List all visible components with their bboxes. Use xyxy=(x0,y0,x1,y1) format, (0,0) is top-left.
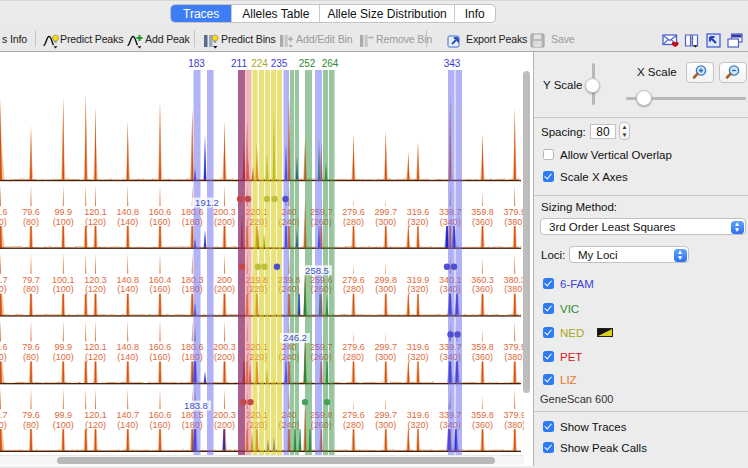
svg-text:(280): (280) xyxy=(343,217,364,227)
svg-text:99.9: 99.9 xyxy=(54,410,72,420)
svg-text:(360): (360) xyxy=(472,420,493,430)
svg-text:(140): (140) xyxy=(117,217,138,227)
svg-text:59.7: 59.7 xyxy=(0,410,8,420)
svg-text:200: 200 xyxy=(217,275,232,285)
svg-text:160.6: 160.6 xyxy=(149,410,172,420)
svg-text:(200): (200) xyxy=(214,284,235,294)
svg-text:319.9: 319.9 xyxy=(407,275,430,285)
svg-text:(280): (280) xyxy=(343,420,364,430)
svg-text:211: 211 xyxy=(231,58,247,69)
svg-text:(120): (120) xyxy=(85,217,106,227)
svg-text:279.6: 279.6 xyxy=(342,207,365,217)
svg-text:299.8: 299.8 xyxy=(375,275,398,285)
svg-text:(100): (100) xyxy=(53,217,74,227)
svg-text:59.6: 59.6 xyxy=(0,342,8,352)
svg-text:(280): (280) xyxy=(343,284,364,294)
svg-text:(160): (160) xyxy=(149,284,170,294)
svg-text:(100): (100) xyxy=(53,284,74,294)
svg-text:319.6: 319.6 xyxy=(407,410,430,420)
svg-text:(160): (160) xyxy=(149,352,170,362)
svg-text:59.7: 59.7 xyxy=(0,275,8,285)
svg-text:(60): (60) xyxy=(0,352,7,362)
svg-text:(100): (100) xyxy=(53,352,74,362)
svg-text:183: 183 xyxy=(188,58,205,69)
svg-text:79.7: 79.7 xyxy=(22,275,40,285)
svg-text:279.6: 279.6 xyxy=(342,275,365,285)
svg-text:(200): (200) xyxy=(214,352,235,362)
svg-text:200.3: 200.3 xyxy=(213,342,236,352)
svg-text:(300): (300) xyxy=(375,352,396,362)
svg-text:(60): (60) xyxy=(0,420,7,430)
svg-text:(80): (80) xyxy=(23,284,39,294)
svg-text:(380): (380) xyxy=(504,420,524,430)
svg-text:(160): (160) xyxy=(149,217,170,227)
svg-text:140.8: 140.8 xyxy=(117,275,140,285)
svg-text:191.2: 191.2 xyxy=(195,197,219,208)
svg-text:120.1: 120.1 xyxy=(84,410,107,420)
svg-text:59.6: 59.6 xyxy=(0,207,8,217)
svg-text:(380): (380) xyxy=(504,217,524,227)
svg-text:299.7: 299.7 xyxy=(375,207,398,217)
svg-text:(80): (80) xyxy=(23,352,39,362)
svg-text:279.6: 279.6 xyxy=(342,410,365,420)
svg-text:343: 343 xyxy=(444,58,461,69)
svg-text:(380): (380) xyxy=(504,284,524,294)
svg-text:140.7: 140.7 xyxy=(117,410,140,420)
svg-text:(300): (300) xyxy=(375,217,396,227)
svg-text:(160): (160) xyxy=(149,420,170,430)
svg-text:160.6: 160.6 xyxy=(149,342,172,352)
svg-text:(120): (120) xyxy=(85,284,106,294)
svg-text:99.9: 99.9 xyxy=(54,207,72,217)
svg-text:120.1: 120.1 xyxy=(84,207,107,217)
svg-text:(60): (60) xyxy=(0,217,7,227)
svg-text:140.8: 140.8 xyxy=(117,342,140,352)
svg-text:(300): (300) xyxy=(375,284,396,294)
svg-text:359.8: 359.8 xyxy=(471,410,494,420)
svg-text:79.6: 79.6 xyxy=(22,342,40,352)
svg-text:200.3: 200.3 xyxy=(213,410,236,420)
svg-text:(320): (320) xyxy=(407,284,428,294)
svg-text:(120): (120) xyxy=(85,420,106,430)
svg-text:279.6: 279.6 xyxy=(342,342,365,352)
svg-text:319.6: 319.6 xyxy=(407,207,430,217)
svg-text:299.7: 299.7 xyxy=(375,342,398,352)
svg-text:319.6: 319.6 xyxy=(407,342,430,352)
svg-text:(320): (320) xyxy=(407,420,428,430)
svg-text:235: 235 xyxy=(271,58,288,69)
svg-text:(140): (140) xyxy=(117,352,138,362)
svg-text:299.7: 299.7 xyxy=(375,410,398,420)
svg-text:140.8: 140.8 xyxy=(117,207,140,217)
svg-text:359.8: 359.8 xyxy=(471,342,494,352)
svg-text:79.6: 79.6 xyxy=(22,207,40,217)
svg-text:99.9: 99.9 xyxy=(54,342,72,352)
svg-text:(140): (140) xyxy=(117,420,138,430)
svg-text:360.3: 360.3 xyxy=(471,275,494,285)
svg-text:(300): (300) xyxy=(375,420,396,430)
svg-text:(200): (200) xyxy=(214,217,235,227)
svg-text:183.8: 183.8 xyxy=(184,400,208,411)
svg-text:200.3: 200.3 xyxy=(213,207,236,217)
svg-text:258.5: 258.5 xyxy=(305,265,329,276)
svg-text:100.1: 100.1 xyxy=(52,275,75,285)
svg-text:(120): (120) xyxy=(85,352,106,362)
svg-text:(380): (380) xyxy=(504,352,524,362)
svg-text:(280): (280) xyxy=(343,352,364,362)
svg-text:379.9: 379.9 xyxy=(504,207,524,217)
svg-text:(80): (80) xyxy=(23,420,39,430)
svg-text:160.4: 160.4 xyxy=(149,275,172,285)
svg-text:(80): (80) xyxy=(23,217,39,227)
svg-text:380.3: 380.3 xyxy=(504,275,524,285)
svg-text:(60): (60) xyxy=(0,284,7,294)
svg-text:(360): (360) xyxy=(472,217,493,227)
svg-text:252: 252 xyxy=(299,58,316,69)
svg-text:(360): (360) xyxy=(472,284,493,294)
svg-text:379.9: 379.9 xyxy=(504,410,524,420)
svg-text:(320): (320) xyxy=(407,217,428,227)
svg-text:224: 224 xyxy=(251,58,268,69)
svg-text:120.1: 120.1 xyxy=(84,342,107,352)
svg-text:264: 264 xyxy=(322,58,339,69)
svg-text:359.8: 359.8 xyxy=(471,207,494,217)
svg-text:(200): (200) xyxy=(214,420,235,430)
svg-text:120.3: 120.3 xyxy=(84,275,107,285)
svg-text:246.2: 246.2 xyxy=(283,332,307,343)
